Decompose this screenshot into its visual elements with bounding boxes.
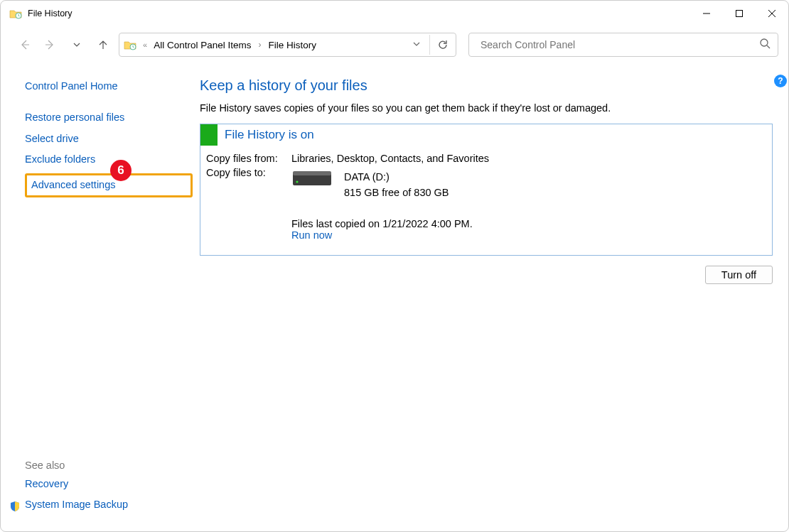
minimize-button[interactable] [690, 1, 723, 26]
see-also-section: See also Recovery System Image Backup [25, 460, 193, 533]
sidebar-home-link[interactable]: Control Panel Home [25, 79, 193, 94]
sidebar-select-drive-link[interactable]: Select drive [25, 131, 193, 147]
search-icon[interactable] [759, 38, 771, 52]
status-header: File History is on [200, 124, 772, 146]
svg-point-12 [296, 180, 298, 183]
breadcrumb-overflow[interactable]: « [139, 40, 151, 49]
address-dropdown[interactable] [408, 38, 425, 51]
search-box[interactable] [468, 33, 778, 57]
status-indicator-on [200, 124, 218, 146]
run-now-link[interactable]: Run now [291, 229, 332, 241]
content-area: Control Panel Home Restore personal file… [1, 63, 788, 532]
nav-back-button[interactable] [14, 34, 35, 55]
close-button[interactable] [756, 1, 788, 26]
svg-line-9 [767, 45, 770, 48]
chevron-right-icon: › [254, 40, 265, 50]
sidebar-restore-link[interactable]: Restore personal files [25, 110, 193, 126]
maximize-button[interactable] [723, 1, 756, 26]
main-panel: ? Keep a history of your files File Hist… [193, 63, 788, 532]
see-also-header: See also [25, 460, 193, 471]
title-bar: File History [1, 1, 788, 26]
shield-icon [9, 501, 21, 515]
svg-rect-11 [293, 171, 331, 175]
page-description: File History saves copies of your files … [200, 102, 773, 114]
sidebar-advanced-link[interactable]: Advanced settings [31, 178, 116, 193]
last-copied-text: Files last copied on 1/21/2022 4:00 PM. [291, 218, 473, 229]
sidebar-exclude-link[interactable]: Exclude folders [25, 152, 193, 168]
nav-forward-button[interactable] [40, 34, 61, 55]
see-also-recovery-link[interactable]: Recovery [25, 477, 193, 492]
window-title: File History [28, 9, 73, 18]
breadcrumb-item[interactable]: File History [265, 40, 319, 50]
nav-up-button[interactable] [92, 34, 114, 55]
drive-icon [291, 170, 333, 188]
drive-name: DATA (D:) [344, 170, 449, 185]
address-bar[interactable]: « All Control Panel Items › File History [119, 33, 456, 57]
copy-to-label: Copy files to: [206, 167, 291, 201]
status-title: File History is on [218, 128, 314, 142]
svg-point-8 [761, 39, 768, 46]
status-details: Copy files from: Libraries, Desktop, Con… [200, 146, 772, 255]
annotation-step-badge: 6 [110, 160, 132, 181]
breadcrumb-item[interactable]: All Control Panel Items [151, 40, 254, 50]
copy-from-value: Libraries, Desktop, Contacts, and Favori… [291, 153, 489, 164]
refresh-button[interactable] [429, 35, 451, 55]
page-title: Keep a history of your files [200, 77, 773, 94]
folder-history-icon [9, 7, 22, 20]
see-also-sysimg-link[interactable]: System Image Backup [25, 497, 128, 513]
help-icon[interactable]: ? [774, 75, 787, 87]
nav-recent-dropdown[interactable] [66, 34, 87, 55]
status-box: File History is on Copy files from: Libr… [200, 124, 773, 256]
svg-rect-2 [736, 11, 743, 17]
turn-off-button[interactable]: Turn off [705, 266, 773, 284]
copy-from-label: Copy files from: [206, 153, 291, 164]
nav-bar: « All Control Panel Items › File History [1, 26, 788, 63]
search-input[interactable] [479, 38, 759, 51]
drive-free-space: 815 GB free of 830 GB [344, 185, 449, 201]
sidebar: Control Panel Home Restore personal file… [1, 63, 193, 532]
folder-history-icon [124, 38, 136, 51]
annotation-step-number: 6 [117, 163, 124, 178]
sidebar-advanced-highlight: Advanced settings [25, 173, 193, 197]
window-controls [690, 1, 788, 26]
